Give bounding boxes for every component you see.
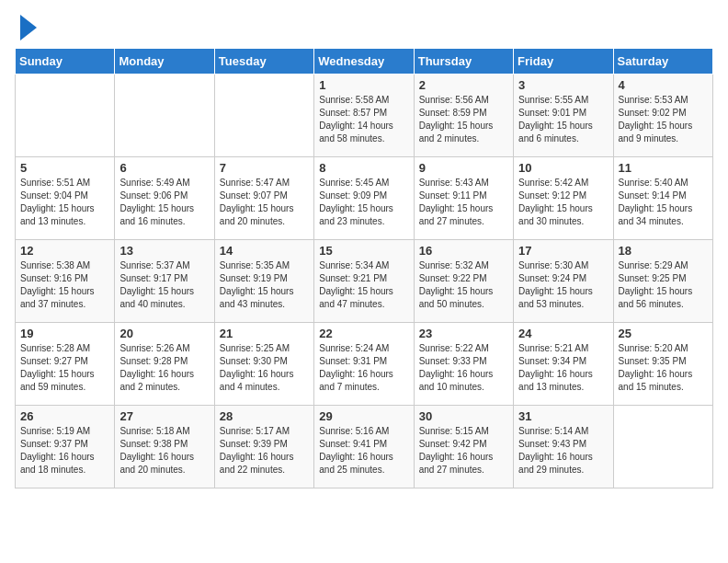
day-info: Sunrise: 5:40 AMSunset: 9:14 PMDaylight:…: [619, 177, 708, 228]
calendar-day-cell: 22Sunrise: 5:24 AMSunset: 9:31 PMDayligh…: [314, 323, 414, 406]
day-number: 27: [119, 409, 209, 423]
day-info: Sunrise: 5:14 AMSunset: 9:43 PMDaylight:…: [518, 425, 608, 477]
weekday-header-friday: Friday: [514, 49, 613, 75]
calendar-day-cell: 20Sunrise: 5:26 AMSunset: 9:28 PMDayligh…: [115, 323, 214, 406]
day-info: Sunrise: 5:25 AMSunset: 9:30 PMDaylight:…: [220, 342, 309, 394]
calendar-day-cell: 9Sunrise: 5:43 AMSunset: 9:11 PMDaylight…: [414, 157, 513, 240]
day-number: 21: [220, 327, 309, 340]
day-number: 30: [419, 409, 508, 423]
day-number: 4: [619, 78, 708, 92]
calendar-day-cell: [16, 75, 115, 157]
day-info: Sunrise: 5:42 AMSunset: 9:12 PMDaylight:…: [518, 177, 608, 228]
day-number: 29: [319, 409, 408, 423]
day-number: 22: [319, 327, 408, 340]
day-number: 20: [119, 327, 209, 340]
day-info: Sunrise: 5:34 AMSunset: 9:21 PMDaylight:…: [319, 259, 408, 311]
day-info: Sunrise: 5:24 AMSunset: 9:31 PMDaylight:…: [319, 342, 408, 394]
day-number: 14: [220, 244, 309, 258]
calendar-day-cell: 26Sunrise: 5:19 AMSunset: 9:37 PMDayligh…: [16, 406, 115, 488]
calendar-day-cell: 25Sunrise: 5:20 AMSunset: 9:35 PMDayligh…: [613, 323, 712, 406]
day-info: Sunrise: 5:37 AMSunset: 9:17 PMDaylight:…: [119, 259, 209, 311]
page-header: [15, 15, 713, 40]
calendar-day-cell: 1Sunrise: 5:58 AMSunset: 8:57 PMDaylight…: [314, 75, 414, 157]
weekday-header-monday: Monday: [115, 49, 214, 75]
calendar-day-cell: 29Sunrise: 5:16 AMSunset: 9:41 PMDayligh…: [314, 406, 414, 488]
day-number: 9: [419, 161, 508, 175]
day-number: 17: [518, 244, 608, 258]
day-number: 5: [20, 161, 109, 175]
day-info: Sunrise: 5:28 AMSunset: 9:27 PMDaylight:…: [20, 342, 109, 394]
calendar-day-cell: 18Sunrise: 5:29 AMSunset: 9:25 PMDayligh…: [613, 240, 712, 323]
day-number: 19: [20, 327, 109, 340]
day-number: 28: [220, 409, 309, 423]
calendar-day-cell: 8Sunrise: 5:45 AMSunset: 9:09 PMDaylight…: [314, 157, 414, 240]
day-number: 13: [119, 244, 209, 258]
calendar-day-cell: 31Sunrise: 5:14 AMSunset: 9:43 PMDayligh…: [514, 406, 613, 488]
day-info: Sunrise: 5:53 AMSunset: 9:02 PMDaylight:…: [619, 94, 708, 145]
day-number: 7: [220, 161, 309, 175]
day-number: 6: [119, 161, 209, 175]
weekday-header-wednesday: Wednesday: [314, 49, 414, 75]
calendar-week-row: 1Sunrise: 5:58 AMSunset: 8:57 PMDaylight…: [16, 75, 713, 157]
day-number: 25: [619, 327, 708, 340]
calendar-day-cell: 28Sunrise: 5:17 AMSunset: 9:39 PMDayligh…: [214, 406, 313, 488]
calendar-week-row: 5Sunrise: 5:51 AMSunset: 9:04 PMDaylight…: [16, 157, 713, 240]
calendar-day-cell: [613, 406, 712, 488]
calendar-day-cell: 15Sunrise: 5:34 AMSunset: 9:21 PMDayligh…: [314, 240, 414, 323]
day-info: Sunrise: 5:47 AMSunset: 9:07 PMDaylight:…: [220, 177, 309, 228]
calendar-day-cell: 14Sunrise: 5:35 AMSunset: 9:19 PMDayligh…: [214, 240, 313, 323]
day-info: Sunrise: 5:45 AMSunset: 9:09 PMDaylight:…: [319, 177, 408, 228]
day-info: Sunrise: 5:51 AMSunset: 9:04 PMDaylight:…: [20, 177, 109, 228]
calendar-day-cell: [214, 75, 313, 157]
calendar-day-cell: 16Sunrise: 5:32 AMSunset: 9:22 PMDayligh…: [414, 240, 513, 323]
day-info: Sunrise: 5:43 AMSunset: 9:11 PMDaylight:…: [419, 177, 508, 228]
day-number: 23: [419, 327, 508, 340]
day-number: 8: [319, 161, 408, 175]
day-number: 31: [518, 409, 608, 423]
day-info: Sunrise: 5:17 AMSunset: 9:39 PMDaylight:…: [220, 425, 309, 477]
calendar-day-cell: 12Sunrise: 5:38 AMSunset: 9:16 PMDayligh…: [16, 240, 115, 323]
day-info: Sunrise: 5:26 AMSunset: 9:28 PMDaylight:…: [119, 342, 209, 394]
day-info: Sunrise: 5:18 AMSunset: 9:38 PMDaylight:…: [119, 425, 209, 477]
day-number: 24: [518, 327, 608, 340]
weekday-header-saturday: Saturday: [613, 49, 712, 75]
day-number: 26: [20, 409, 109, 423]
day-info: Sunrise: 5:55 AMSunset: 9:01 PMDaylight:…: [518, 94, 608, 145]
day-info: Sunrise: 5:49 AMSunset: 9:06 PMDaylight:…: [119, 177, 209, 228]
calendar-week-row: 12Sunrise: 5:38 AMSunset: 9:16 PMDayligh…: [16, 240, 713, 323]
calendar-day-cell: 23Sunrise: 5:22 AMSunset: 9:33 PMDayligh…: [414, 323, 513, 406]
calendar-day-cell: 4Sunrise: 5:53 AMSunset: 9:02 PMDaylight…: [613, 75, 712, 157]
logo-arrow-icon: [20, 15, 37, 40]
weekday-header-sunday: Sunday: [16, 49, 115, 75]
calendar-day-cell: 13Sunrise: 5:37 AMSunset: 9:17 PMDayligh…: [115, 240, 214, 323]
day-number: 16: [419, 244, 508, 258]
weekday-header-tuesday: Tuesday: [214, 49, 313, 75]
calendar-day-cell: 21Sunrise: 5:25 AMSunset: 9:30 PMDayligh…: [214, 323, 313, 406]
calendar-day-cell: 3Sunrise: 5:55 AMSunset: 9:01 PMDaylight…: [514, 75, 613, 157]
day-number: 12: [20, 244, 109, 258]
calendar-day-cell: 5Sunrise: 5:51 AMSunset: 9:04 PMDaylight…: [16, 157, 115, 240]
day-number: 10: [518, 161, 608, 175]
day-info: Sunrise: 5:32 AMSunset: 9:22 PMDaylight:…: [419, 259, 508, 311]
day-info: Sunrise: 5:16 AMSunset: 9:41 PMDaylight:…: [319, 425, 408, 477]
day-info: Sunrise: 5:56 AMSunset: 8:59 PMDaylight:…: [419, 94, 508, 145]
day-number: 18: [619, 244, 708, 258]
day-info: Sunrise: 5:29 AMSunset: 9:25 PMDaylight:…: [619, 259, 708, 311]
day-info: Sunrise: 5:21 AMSunset: 9:34 PMDaylight:…: [518, 342, 608, 394]
calendar-day-cell: 17Sunrise: 5:30 AMSunset: 9:24 PMDayligh…: [514, 240, 613, 323]
day-info: Sunrise: 5:15 AMSunset: 9:42 PMDaylight:…: [419, 425, 508, 477]
calendar-day-cell: 19Sunrise: 5:28 AMSunset: 9:27 PMDayligh…: [16, 323, 115, 406]
calendar-day-cell: 27Sunrise: 5:18 AMSunset: 9:38 PMDayligh…: [115, 406, 214, 488]
day-info: Sunrise: 5:22 AMSunset: 9:33 PMDaylight:…: [419, 342, 508, 394]
day-number: 1: [319, 78, 408, 92]
day-number: 15: [319, 244, 408, 258]
day-info: Sunrise: 5:58 AMSunset: 8:57 PMDaylight:…: [319, 94, 408, 145]
logo: [15, 15, 37, 40]
calendar-day-cell: 10Sunrise: 5:42 AMSunset: 9:12 PMDayligh…: [514, 157, 613, 240]
calendar-day-cell: [115, 75, 214, 157]
day-info: Sunrise: 5:19 AMSunset: 9:37 PMDaylight:…: [20, 425, 109, 477]
calendar-day-cell: 7Sunrise: 5:47 AMSunset: 9:07 PMDaylight…: [214, 157, 313, 240]
day-info: Sunrise: 5:35 AMSunset: 9:19 PMDaylight:…: [220, 259, 309, 311]
day-info: Sunrise: 5:38 AMSunset: 9:16 PMDaylight:…: [20, 259, 109, 311]
calendar-day-cell: 2Sunrise: 5:56 AMSunset: 8:59 PMDaylight…: [414, 75, 513, 157]
